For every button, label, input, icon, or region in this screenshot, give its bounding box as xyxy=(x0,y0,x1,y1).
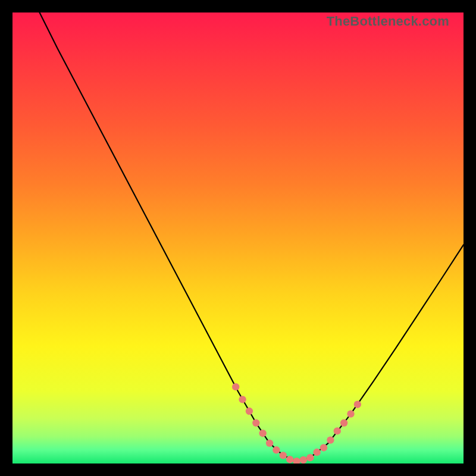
highlight-dot xyxy=(266,440,273,447)
highlight-dot xyxy=(280,452,287,459)
highlight-dot xyxy=(273,446,280,453)
highlight-dot xyxy=(286,456,293,463)
highlight-dot xyxy=(239,396,246,403)
chart-frame: TheBottleneck.com xyxy=(12,12,464,464)
highlight-dot xyxy=(354,401,361,408)
highlight-dot xyxy=(334,427,341,434)
highlight-dot xyxy=(232,383,239,390)
highlight-dot xyxy=(306,454,314,461)
highlight-dot xyxy=(300,456,307,464)
highlight-dot xyxy=(313,449,320,456)
highlight-dot xyxy=(340,419,347,427)
highlight-dot xyxy=(246,408,253,415)
chart-background xyxy=(12,12,464,464)
highlight-dot xyxy=(252,419,259,427)
chart-svg xyxy=(12,12,464,464)
highlight-dot xyxy=(327,436,334,443)
highlight-dot xyxy=(259,430,266,437)
watermark-text: TheBottleneck.com xyxy=(327,14,449,29)
highlight-dot xyxy=(347,410,354,417)
highlight-dot xyxy=(320,444,327,451)
